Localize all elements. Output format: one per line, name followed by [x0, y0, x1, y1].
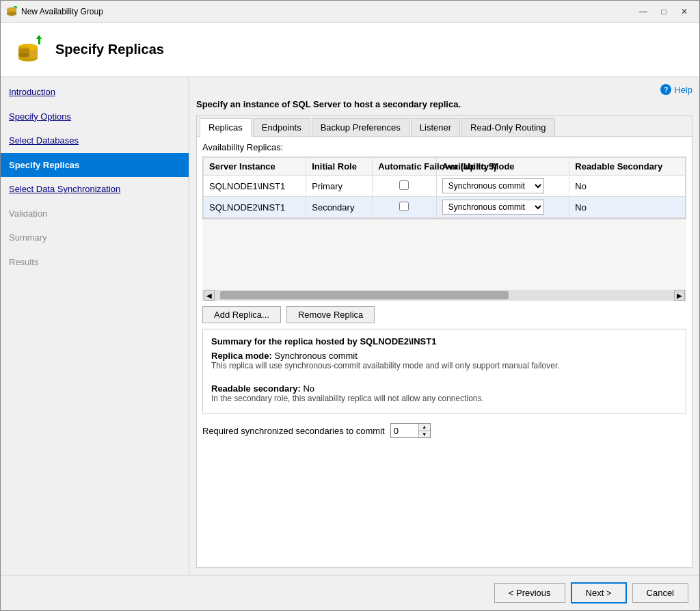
sync-label: Required synchronized secondaries to com…	[202, 426, 385, 436]
avail-mode-select-2[interactable]: Synchronous commit Asynchronous commit	[442, 200, 544, 215]
scroll-left-arrow[interactable]: ◀	[204, 290, 215, 301]
avail-mode-1[interactable]: Synchronous commit Asynchronous commit	[436, 176, 569, 197]
col-readable-secondary: Readable Secondary	[569, 158, 686, 176]
initial-role-1: Primary	[306, 176, 373, 197]
sidebar-item-introduction[interactable]: Introduction	[1, 80, 189, 105]
help-label: Help	[674, 85, 692, 95]
svg-rect-7	[38, 39, 40, 44]
previous-button[interactable]: < Previous	[494, 583, 565, 603]
readable-secondary-row: Readable secondary: No	[211, 383, 677, 394]
spinbox-down-button[interactable]: ▼	[419, 431, 430, 438]
col-server-instance: Server Instance	[204, 158, 306, 176]
sidebar-item-select-data-sync[interactable]: Select Data Synchronization	[1, 177, 189, 202]
replica-mode-value: Synchronous commit	[274, 351, 357, 361]
readable-secondary-label: Readable secondary:	[211, 383, 301, 394]
replica-mode-label: Replica mode:	[211, 351, 272, 361]
minimize-button[interactable]: —	[634, 5, 653, 18]
title-bar-controls: — □ ✕	[634, 5, 694, 18]
col-auto-failover: Automatic Failover (Up to 5)	[373, 158, 437, 176]
tab-replicas[interactable]: Replicas	[200, 118, 252, 137]
sync-row: Required synchronized secondaries to com…	[202, 419, 686, 442]
table-row[interactable]: SQLNODE2\INST1 Secondary Synchronous com…	[204, 197, 686, 218]
avail-mode-select-1[interactable]: Synchronous commit Asynchronous commit	[442, 178, 544, 193]
replica-mode-desc: This replica will use synchronous-commit…	[211, 361, 677, 370]
server-instance-1: SQLNODE1\INST1	[204, 176, 306, 197]
footer: < Previous Next > Cancel	[1, 575, 699, 610]
readable-secondary-desc: In the secondary role, this availability…	[211, 394, 677, 403]
failover-checkbox-1[interactable]	[399, 180, 409, 190]
header: Specify Replicas	[1, 23, 699, 77]
tab-bar: Replicas Endpoints Backup Preferences Li…	[197, 116, 692, 137]
horizontal-scrollbar[interactable]: ◀ ▶	[202, 290, 686, 301]
sidebar: Introduction Specify Options Select Data…	[1, 77, 189, 575]
scroll-area: ◀ ▶	[202, 219, 686, 301]
svg-marker-6	[36, 35, 42, 39]
sidebar-item-results: Results	[1, 250, 189, 275]
scroll-thumb[interactable]	[220, 291, 509, 299]
app-icon	[6, 6, 17, 17]
failover-checkbox-2[interactable]	[399, 202, 409, 211]
replica-table-wrapper: Server Instance Initial Role Automatic F…	[202, 157, 686, 219]
tab-listener[interactable]: Listener	[411, 118, 460, 136]
initial-role-2: Secondary	[306, 197, 373, 218]
title-bar-text: New Availability Group	[21, 7, 634, 16]
summary-box-title: Summary for the replica hosted by SQLNOD…	[211, 336, 677, 347]
svg-point-2	[7, 12, 16, 16]
spinbox-up-button[interactable]: ▲	[419, 424, 430, 431]
tab-backup-preferences[interactable]: Backup Preferences	[312, 118, 409, 136]
content-panel: ? Help Specify an instance of SQL Server…	[189, 77, 699, 575]
sidebar-item-specify-replicas[interactable]: Specify Replicas	[1, 153, 189, 178]
readable-secondary-1: No	[569, 176, 686, 197]
server-instance-2: SQLNODE2\INST1	[204, 197, 306, 218]
spinbox-buttons: ▲ ▼	[418, 424, 430, 437]
replica-summary-box: Summary for the replica hosted by SQLNOD…	[202, 329, 686, 413]
table-row[interactable]: SQLNODE1\INST1 Primary Synchronous commi…	[204, 176, 686, 197]
close-button[interactable]: ✕	[675, 5, 694, 18]
readable-secondary-2: No	[569, 197, 686, 218]
readable-secondary-value: No	[303, 383, 314, 394]
help-icon: ?	[660, 84, 671, 95]
header-icon	[12, 33, 44, 66]
remove-replica-button[interactable]: Remove Replica	[286, 306, 375, 323]
replica-buttons: Add Replica... Remove Replica	[202, 301, 686, 329]
svg-point-10	[18, 53, 29, 57]
tab-endpoints[interactable]: Endpoints	[253, 118, 310, 136]
title-bar: New Availability Group — □ ✕	[1, 1, 699, 23]
help-link[interactable]: ? Help	[196, 84, 692, 95]
availability-label: Availability Replicas:	[202, 142, 686, 152]
col-availability-mode: Availability Mode	[436, 158, 569, 176]
next-button[interactable]: Next >	[571, 582, 627, 603]
tab-content-replicas: Availability Replicas: Server Instance I…	[197, 137, 692, 567]
sync-value-input[interactable]	[391, 424, 418, 437]
instruction-text: Specify an instance of SQL Server to hos…	[196, 99, 692, 109]
col-initial-role: Initial Role	[306, 158, 373, 176]
sidebar-item-select-databases[interactable]: Select Databases	[1, 128, 189, 153]
main-content: Introduction Specify Options Select Data…	[1, 77, 699, 575]
tab-panel: Replicas Endpoints Backup Preferences Li…	[196, 115, 692, 568]
replica-mode-row: Replica mode: Synchronous commit	[211, 351, 677, 361]
cancel-button[interactable]: Cancel	[632, 583, 688, 603]
avail-mode-2[interactable]: Synchronous commit Asynchronous commit	[436, 197, 569, 218]
sidebar-item-validation: Validation	[1, 202, 189, 226]
sync-spinbox[interactable]: ▲ ▼	[390, 423, 431, 438]
sidebar-item-specify-options[interactable]: Specify Options	[1, 105, 189, 129]
auto-failover-2[interactable]	[373, 197, 437, 218]
maximize-button[interactable]: □	[654, 5, 673, 18]
sidebar-item-summary: Summary	[1, 226, 189, 250]
replica-table: Server Instance Initial Role Automatic F…	[203, 157, 686, 218]
add-replica-button[interactable]: Add Replica...	[202, 306, 281, 323]
auto-failover-1[interactable]	[373, 176, 437, 197]
scroll-right-arrow[interactable]: ▶	[674, 290, 685, 301]
tab-read-only-routing[interactable]: Read-Only Routing	[461, 118, 555, 136]
page-title: Specify Replicas	[55, 42, 164, 57]
